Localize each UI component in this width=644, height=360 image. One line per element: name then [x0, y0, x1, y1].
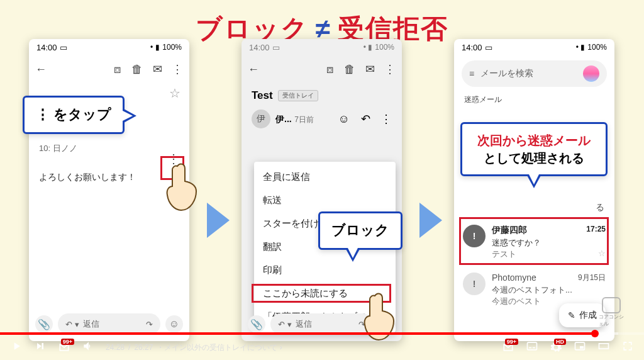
channel-watermark[interactable]: コアコンシェル — [599, 297, 624, 327]
reply-pill[interactable]: ↶ ▾返信↷ — [270, 313, 373, 335]
miniplayer-button[interactable] — [574, 340, 586, 355]
status-bar: 14:00 ▭ • ▮100% — [454, 39, 614, 55]
reply-arrow-icon: ↶ ▾ — [65, 320, 79, 329]
item1-subject: 迷惑ですか？ — [492, 237, 606, 249]
next-button[interactable] — [34, 340, 47, 355]
mail-icon[interactable]: ✉ — [152, 64, 163, 75]
youtube-control-bar: 99+ 24:28 / 26:27 ・メイン以外の受信トレイについて › 99+… — [0, 332, 644, 360]
spam-badge-icon: ! — [463, 273, 486, 295]
subtitles-button[interactable] — [526, 340, 538, 355]
svg-rect-1 — [529, 347, 531, 349]
status-battery: 100% — [375, 43, 394, 52]
status-time: 14:00 — [36, 43, 57, 52]
email-app-bar: ← ⧈ 🗑 ✉ ⋮ — [29, 55, 189, 83]
attachment-icon[interactable]: 📎 — [248, 315, 265, 333]
archive-icon[interactable]: ⧈ — [111, 64, 123, 75]
folder-label: 迷惑メール — [454, 92, 614, 106]
menu-icon[interactable]: ≡ — [469, 69, 474, 79]
youtube-mini-icon: ▭ — [60, 43, 67, 52]
watermark-label: コアコンシェル — [599, 313, 624, 327]
fullscreen-button[interactable] — [621, 340, 634, 355]
arrow-right-icon — [207, 203, 230, 238]
menu-print[interactable]: 印刷 — [254, 259, 396, 282]
emoji-icon[interactable]: ☺ — [165, 315, 183, 333]
star-icon[interactable]: ☆ — [598, 249, 606, 260]
status-bar: 14:00 ▭ • ▮100% — [29, 39, 189, 55]
reply-pill[interactable]: ↶ ▾返信↷ — [58, 313, 160, 335]
delete-icon[interactable]: 🗑 — [131, 64, 143, 75]
callout1-prefix: ⋮ — [36, 106, 50, 122]
item2-time: 9月15日 — [578, 273, 606, 283]
forward-arrow-icon: ↷ — [146, 320, 153, 329]
total-time: 26:27 — [134, 343, 153, 352]
profile-avatar[interactable] — [583, 65, 599, 82]
phone-screenshot-3: 14:00 ▭ • ▮100% ≡ メールを検索 迷惑メール る ! 伊藤四郎1… — [454, 39, 614, 341]
callout2-text: ブロック — [331, 222, 389, 238]
item2-sender: Photomyne — [492, 273, 536, 283]
volume-button[interactable] — [82, 340, 94, 355]
chevron-right-icon: › — [280, 343, 282, 352]
reply-label: 返信 — [83, 318, 99, 330]
callout1-suffix: をタップ — [50, 106, 111, 122]
callout-future-spam: 次回から迷惑メール として処理される — [460, 122, 608, 176]
notification-badge: 99+ — [505, 339, 518, 345]
status-battery: 100% — [162, 43, 182, 52]
svg-rect-2 — [533, 347, 535, 349]
spam-badge-icon: ! — [463, 225, 486, 247]
chapter-title[interactable]: ・メイン以外の受信トレイについて › — [157, 342, 282, 353]
callout-tap-more: ⋮ をタップ — [23, 96, 125, 134]
theater-button[interactable] — [597, 340, 610, 355]
status-bar: 14:00 ▭ • ▮100% — [242, 39, 402, 55]
attachment-icon[interactable]: 📎 — [35, 315, 53, 333]
battery-icon: ▮ — [155, 43, 160, 52]
pencil-icon: ✎ — [568, 310, 575, 320]
back-icon[interactable]: ← — [35, 64, 47, 75]
svg-rect-0 — [528, 342, 537, 350]
play-button[interactable] — [10, 340, 23, 355]
callout-block: ブロック — [318, 211, 402, 250]
hd-badge: HD — [554, 339, 566, 345]
svg-rect-4 — [580, 346, 584, 349]
item2-subject: 今週のベストフォト... — [492, 284, 606, 296]
callout3-rest: として処理される — [484, 151, 584, 165]
menu-forward[interactable]: 転送 — [254, 189, 396, 212]
reply-label: 返信 — [296, 318, 312, 330]
status-time: 14:00 — [462, 43, 482, 52]
svg-rect-5 — [599, 344, 609, 349]
mail-notification-icon[interactable]: 99+ — [58, 341, 70, 354]
reply-bar: 📎 ↶ ▾返信↷ ☺ — [29, 313, 189, 335]
email-body-text: よろしくお願いします！ — [39, 172, 136, 183]
status-time: 14:00 — [249, 43, 270, 52]
status-battery: 100% — [587, 43, 607, 52]
spam-email-item[interactable]: ! 伊藤四郎17:25 迷惑ですか？ テスト☆ — [454, 218, 614, 266]
menu-reply-all[interactable]: 全員に返信 — [254, 166, 396, 189]
item1-preview: テスト — [492, 249, 516, 260]
item1-time: 17:25 — [586, 225, 606, 236]
more-vert-icon[interactable]: ⋮ — [172, 64, 183, 75]
star-icon[interactable]: ☆ — [169, 86, 180, 101]
search-placeholder: メールを検索 — [480, 68, 533, 79]
notification-badge: 99+ — [61, 339, 74, 345]
settings-button[interactable]: HD — [550, 341, 562, 354]
current-time: 24:28 — [106, 343, 125, 352]
callout3-red: 次回から迷惑メール — [477, 133, 591, 147]
item1-sender: 伊藤四郎 — [492, 225, 527, 236]
arrow-right-icon — [419, 203, 442, 238]
item2-preview: 今週のベスト — [492, 296, 541, 307]
email-numbered-line: 10: 日ノノ — [39, 143, 136, 154]
partial-button-suffix: る — [454, 202, 614, 218]
mail-search-bar[interactable]: ≡ メールを検索 — [462, 60, 607, 87]
pointing-hand-icon — [165, 161, 200, 211]
compose-label: 作成 — [579, 310, 597, 321]
time-display: 24:28 / 26:27 ・メイン以外の受信トレイについて › — [106, 342, 282, 353]
mail-notification-icon-2[interactable]: 99+ — [502, 341, 514, 354]
